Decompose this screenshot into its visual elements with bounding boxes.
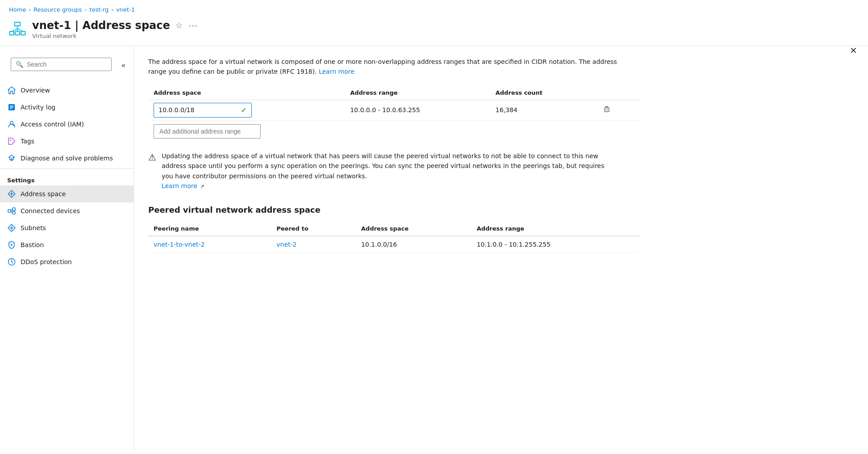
peered-col-address-range: Address range (472, 222, 639, 236)
address-space-value: 10.0.0.0/18 (159, 106, 194, 114)
svg-rect-21 (8, 210, 11, 212)
main-layout: 🔍 « Overview Activity log ✓ Access contr… (0, 46, 868, 451)
svg-marker-8 (8, 87, 15, 94)
peered-address-range: 10.1.0.0 - 10.1.255.255 (472, 236, 639, 253)
resource-title-text: vnet-1 | Address space (32, 19, 170, 32)
warning-box: ⚠️ Updating the address space of a virtu… (148, 149, 617, 193)
address-count-value: 16,384 (490, 100, 594, 120)
sidebar-item-ddos[interactable]: DDoS protection (0, 253, 134, 270)
tags-icon (7, 137, 16, 146)
sidebar-item-connected-devices-label: Connected devices (21, 207, 80, 214)
sidebar-item-ddos-label: DDoS protection (21, 258, 72, 265)
search-input[interactable] (27, 61, 107, 68)
peered-address-space: 10.1.0.0/16 (356, 236, 472, 253)
peered-col-address-space: Address space (356, 222, 472, 236)
svg-point-16 (10, 140, 11, 141)
sidebar-item-activity-log[interactable]: Activity log (0, 99, 134, 116)
collapse-sidebar-button[interactable]: « (119, 60, 128, 70)
favorite-button[interactable]: ☆ (175, 20, 184, 31)
sidebar: 🔍 « Overview Activity log ✓ Access contr… (0, 46, 134, 451)
subnets-icon (7, 223, 16, 232)
col-header-address-range: Address range (345, 86, 490, 100)
resource-title-block: vnet-1 | Address space ☆ ··· Virtual net… (32, 19, 859, 39)
svg-rect-22 (13, 208, 15, 210)
breadcrumb-resource-groups[interactable]: Resource groups (33, 6, 82, 13)
address-table: Address space Address range Address coun… (148, 86, 639, 142)
vnet-icon (9, 20, 26, 37)
sidebar-item-tags-label: Tags (21, 138, 34, 145)
breadcrumb-sep-1: › (29, 7, 31, 13)
col-header-address-space: Address space (148, 86, 345, 100)
overview-icon (7, 86, 16, 95)
warning-icon: ⚠️ (148, 152, 156, 191)
add-address-range-input[interactable] (154, 124, 261, 139)
peered-row: vnet-1-to-vnet-2 vnet-2 10.1.0.0/16 10.1… (148, 236, 639, 253)
sidebar-item-bastion-label: Bastion (21, 241, 44, 248)
more-actions-button[interactable]: ··· (188, 20, 199, 31)
svg-rect-2 (15, 31, 20, 35)
iam-icon: ✓ (7, 120, 16, 129)
resource-title: vnet-1 | Address space ☆ ··· (32, 19, 859, 32)
external-link-icon: ↗ (200, 184, 204, 189)
breadcrumb-rg-name[interactable]: test-rg (89, 6, 108, 13)
resource-subtitle: Virtual network (32, 33, 859, 39)
breadcrumb-home[interactable]: Home (9, 6, 26, 13)
delete-address-button[interactable] (600, 104, 614, 116)
col-header-address-count: Address count (490, 86, 594, 100)
activity-log-icon (7, 103, 16, 112)
peered-table: Peering name Peered to Address space Add… (148, 222, 639, 253)
bastion-icon (7, 240, 16, 249)
search-box[interactable]: 🔍 (11, 58, 112, 71)
close-button[interactable]: ✕ (848, 43, 859, 58)
search-icon: 🔍 (16, 61, 23, 68)
address-row: 10.0.0.0/18 ✓ 10.0.0.0 - 10.0.63.255 16,… (148, 100, 639, 120)
sidebar-item-iam-label: Access control (IAM) (21, 121, 84, 128)
sidebar-item-subnets[interactable]: Subnets (0, 219, 134, 236)
breadcrumb: Home › Resource groups › test-rg › vnet-… (0, 0, 868, 17)
add-address-row (148, 120, 639, 142)
sidebar-item-tags[interactable]: Tags (0, 133, 134, 150)
svg-rect-32 (605, 108, 609, 112)
connected-devices-icon (7, 206, 16, 215)
svg-rect-23 (13, 211, 15, 214)
breadcrumb-sep-3: › (111, 7, 113, 13)
svg-rect-3 (21, 31, 25, 35)
settings-section-label: Settings (0, 171, 134, 185)
sidebar-item-address-space-label: Address space (21, 190, 66, 198)
sidebar-item-diagnose[interactable]: Diagnose and solve problems (0, 150, 134, 167)
address-space-icon (7, 189, 16, 198)
sidebar-item-address-space[interactable]: Address space (0, 185, 134, 202)
sidebar-item-access-control[interactable]: ✓ Access control (IAM) (0, 116, 134, 133)
description-text: The address space for a virtual network … (148, 57, 617, 77)
svg-rect-1 (10, 31, 14, 35)
peered-section-title: Peered virtual network address space (148, 205, 854, 214)
svg-rect-0 (15, 22, 21, 26)
peered-col-peering-name: Peering name (148, 222, 271, 236)
sidebar-item-overview-label: Overview (21, 87, 50, 94)
valid-check-icon: ✓ (241, 106, 247, 114)
sidebar-item-subnets-label: Subnets (21, 224, 46, 231)
breadcrumb-resource[interactable]: vnet-1 (116, 6, 135, 13)
sidebar-divider (0, 168, 134, 169)
peering-name-link[interactable]: vnet-1-to-vnet-2 (154, 241, 204, 248)
warning-text: Updating the address space of a virtual … (162, 151, 617, 191)
ddos-icon (7, 257, 16, 266)
description-learn-more-link[interactable]: Learn more (319, 68, 355, 75)
sidebar-item-overview[interactable]: Overview (0, 82, 134, 99)
resource-header: vnet-1 | Address space ☆ ··· Virtual net… (0, 17, 868, 46)
sidebar-item-bastion[interactable]: Bastion (0, 236, 134, 253)
diagnose-icon (7, 154, 16, 163)
peered-col-peered-to: Peered to (271, 222, 356, 236)
svg-text:✓: ✓ (13, 124, 14, 126)
address-space-input[interactable]: 10.0.0.0/18 ✓ (154, 103, 252, 118)
address-range-value: 10.0.0.0 - 10.0.63.255 (345, 100, 490, 120)
sidebar-item-connected-devices[interactable]: Connected devices (0, 202, 134, 219)
breadcrumb-sep-2: › (84, 7, 87, 13)
warning-learn-more-link[interactable]: Learn more (162, 182, 197, 189)
peered-to-link[interactable]: vnet-2 (276, 241, 296, 248)
sidebar-item-diagnose-label: Diagnose and solve problems (21, 155, 113, 162)
main-content: The address space for a virtual network … (134, 46, 868, 451)
sidebar-item-activity-log-label: Activity log (21, 104, 55, 111)
